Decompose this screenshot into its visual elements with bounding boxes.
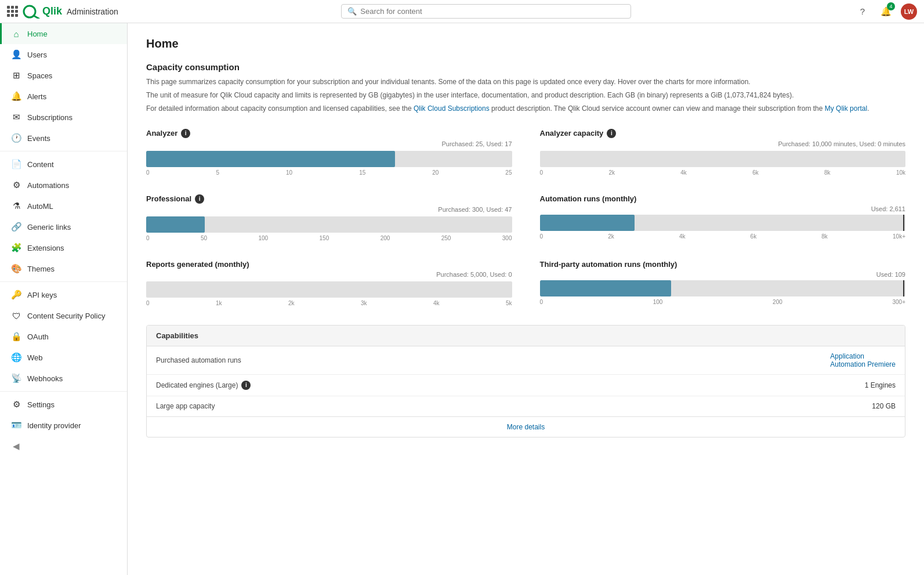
topbar-right: ? 🔔 4 LW (854, 3, 917, 20)
analyzer-bar-fill (146, 151, 395, 167)
dedicated-engines-info-icon[interactable]: i (241, 381, 251, 390)
sidebar-item-api-keys[interactable]: 🔑 API keys (0, 284, 127, 305)
automation-premiere-link[interactable]: Automation Premiere (830, 360, 896, 368)
content-icon: 📄 (11, 159, 21, 169)
grid-menu-icon[interactable] (7, 6, 18, 17)
cap-row-dedicated-engines: Dedicated engines (Large) i 1 Engines (147, 375, 905, 396)
reports-subtitle: Purchased: 5,000, Used: 0 (146, 271, 512, 278)
oauth-icon: 🔒 (11, 331, 21, 342)
sidebar-item-automations[interactable]: ⚙ Automations (0, 175, 127, 196)
chart-professional: Professional i Purchased: 300, Used: 47 … (146, 194, 512, 241)
analyzer-axis: 0510152025 (146, 169, 512, 176)
reports-chart-title: Reports generated (monthly) (146, 260, 249, 269)
sidebar-divider-3 (0, 391, 127, 392)
reports-bar (146, 281, 512, 298)
analyzer-info-icon[interactable]: i (181, 129, 190, 138)
sidebar-item-extensions[interactable]: 🧩 Extensions (0, 237, 127, 258)
search-box[interactable]: 🔍 (341, 4, 631, 19)
cap-value-dedicated-engines: 1 Engines (865, 381, 896, 389)
search-input[interactable] (360, 7, 625, 16)
sidebar-label-settings: Settings (27, 400, 55, 409)
generic-links-icon: 🔗 (11, 222, 21, 232)
desc1: This page summarizes capacity consumptio… (146, 77, 905, 88)
chart-analyzer: Analyzer i Purchased: 25, Used: 17 05101… (146, 129, 512, 176)
cap-label-large-app-capacity: Large app capacity (156, 402, 872, 410)
sidebar-item-spaces[interactable]: ⊞ Spaces (0, 65, 127, 86)
chart-automation-runs: Automation runs (monthly) Used: 2,611 02… (540, 194, 906, 241)
sidebar-item-web[interactable]: 🌐 Web (0, 347, 127, 368)
alerts-icon: 🔔 (11, 91, 21, 102)
sidebar-label-identity-provider: Identity provider (27, 421, 81, 430)
topbar: Qlik Administration 🔍 ? 🔔 4 LW (0, 0, 924, 23)
my-qlik-portal-link[interactable]: My Qlik portal (825, 104, 867, 113)
reports-axis: 01k2k3k4k5k (146, 300, 512, 306)
avatar[interactable]: LW (901, 3, 917, 20)
webhooks-icon: 📡 (11, 373, 21, 384)
application-link[interactable]: Application (830, 352, 896, 360)
third-party-axis: 0100200300+ (540, 299, 906, 305)
desc2: The unit of measure for Qlik Cloud capac… (146, 90, 905, 101)
sidebar-label-webhooks: Webhooks (27, 374, 63, 383)
capabilities-header: Capabilities (147, 326, 905, 346)
sidebar-item-content[interactable]: 📄 Content (0, 154, 127, 175)
automation-runs-used: Used: 2,611 (540, 205, 906, 212)
automation-runs-bar-fill (540, 215, 635, 231)
sidebar-item-csp[interactable]: 🛡 Content Security Policy (0, 305, 127, 326)
professional-bar (146, 216, 512, 233)
section-title: Capacity consumption (146, 62, 905, 72)
desc3-end: . (867, 104, 869, 113)
sidebar-item-automl[interactable]: ⚗ AutoML (0, 196, 127, 216)
sidebar-item-events[interactable]: 🕐 Events (0, 128, 127, 149)
sidebar-label-users: Users (27, 50, 47, 59)
sidebar-label-automl: AutoML (27, 202, 53, 211)
sidebar-item-users[interactable]: 👤 Users (0, 44, 127, 65)
capabilities-section: Capabilities Purchased automation runs A… (146, 325, 905, 437)
charts-grid: Analyzer i Purchased: 25, Used: 17 05101… (146, 129, 905, 306)
sidebar-label-generic-links: Generic links (27, 223, 71, 232)
sidebar-label-extensions: Extensions (27, 244, 64, 252)
sidebar-item-identity-provider[interactable]: 🪪 Identity provider (0, 415, 127, 436)
qlik-wordmark: Qlik (42, 5, 62, 17)
professional-subtitle: Purchased: 300, Used: 47 (146, 206, 512, 213)
analyzer-bar (146, 151, 512, 167)
sidebar: ⌂ Home 👤 Users ⊞ Spaces 🔔 Alerts ✉ Subsc… (0, 23, 128, 575)
automation-runs-bar (540, 215, 906, 231)
professional-info-icon[interactable]: i (195, 194, 204, 204)
analyzer-capacity-chart-title: Analyzer capacity (540, 129, 604, 138)
third-party-bar (540, 280, 906, 296)
sidebar-item-webhooks[interactable]: 📡 Webhooks (0, 368, 127, 389)
sidebar-label-csp: Content Security Policy (27, 312, 105, 320)
qlik-subscriptions-link[interactable]: Qlik Cloud Subscriptions (414, 104, 490, 113)
sidebar-item-oauth[interactable]: 🔒 OAuth (0, 326, 127, 347)
qlik-logo[interactable]: Qlik (23, 5, 62, 19)
more-details-link[interactable]: More details (147, 417, 905, 437)
cap-label-automation-runs: Purchased automation runs (156, 356, 830, 364)
sidebar-item-themes[interactable]: 🎨 Themes (0, 258, 127, 279)
chart-third-party: Third-party automation runs (monthly) Us… (540, 260, 906, 306)
sidebar-collapse[interactable]: ◀ (0, 436, 127, 457)
themes-icon: 🎨 (11, 263, 21, 274)
analyzer-capacity-info-icon[interactable]: i (607, 129, 616, 138)
layout: ⌂ Home 👤 Users ⊞ Spaces 🔔 Alerts ✉ Subsc… (0, 23, 924, 575)
help-button[interactable]: ? (854, 3, 871, 20)
cap-row-automation-runs: Purchased automation runs Application Au… (147, 346, 905, 375)
sidebar-item-settings[interactable]: ⚙ Settings (0, 394, 127, 415)
analyzer-capacity-bar (540, 151, 906, 167)
analyzer-capacity-subtitle: Purchased: 10,000 minutes, Used: 0 minut… (540, 140, 906, 147)
sidebar-item-subscriptions[interactable]: ✉ Subscriptions (0, 107, 127, 128)
automations-icon: ⚙ (11, 180, 21, 190)
web-icon: 🌐 (11, 352, 21, 363)
sidebar-label-events: Events (27, 134, 50, 143)
sidebar-item-generic-links[interactable]: 🔗 Generic links (0, 216, 127, 237)
user-icon: 👤 (11, 49, 21, 60)
sidebar-item-home[interactable]: ⌂ Home (0, 23, 127, 44)
sidebar-item-alerts[interactable]: 🔔 Alerts (0, 86, 127, 107)
notifications-button[interactable]: 🔔 4 (878, 3, 894, 20)
cap-row-large-app-capacity: Large app capacity 120 GB (147, 396, 905, 417)
csp-icon: 🛡 (11, 310, 21, 321)
cap-value-large-app-capacity: 120 GB (872, 402, 896, 410)
page-title: Home (146, 37, 905, 50)
topbar-search: 🔍 (125, 4, 847, 19)
extensions-icon: 🧩 (11, 243, 21, 253)
main-content: Home Capacity consumption This page summ… (128, 23, 924, 575)
